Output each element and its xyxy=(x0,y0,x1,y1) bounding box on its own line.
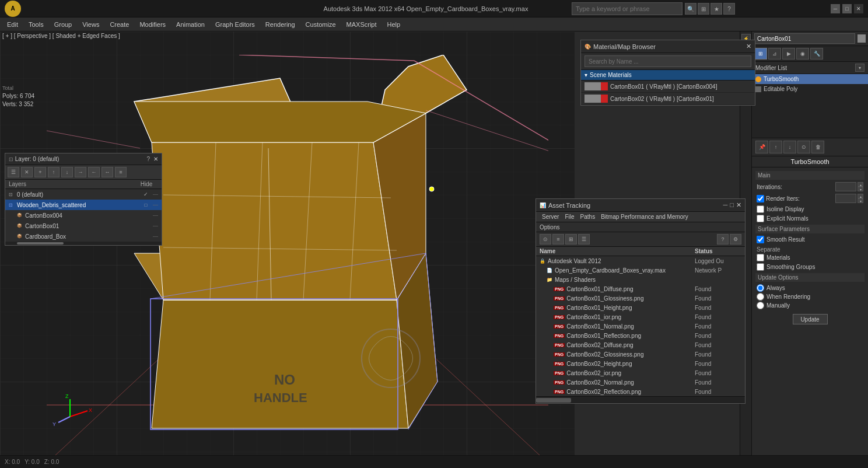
at-menu-options[interactable]: Options xyxy=(540,224,559,230)
iterations-input[interactable]: 0 xyxy=(835,182,856,191)
menu-group[interactable]: Group xyxy=(50,20,77,29)
material-item-cartonbox01[interactable]: CartonBox01 ( VRayMtl ) [CartonBox004] xyxy=(581,81,755,93)
at-item-cb01-reflection[interactable]: PNG CartonBox01_Reflection.png Found xyxy=(536,331,745,340)
layer-options-btn[interactable]: ≡ xyxy=(115,167,127,177)
at-tool-btn-help[interactable]: ? xyxy=(717,234,729,245)
at-row-vault[interactable]: 🔒 Autodesk Vault 2012 Logged Ou xyxy=(536,256,745,266)
at-item-cb02-normal[interactable]: PNG CartonBox02_Normal.png Found xyxy=(536,378,745,387)
iterations-up-btn[interactable]: ▴ xyxy=(858,182,863,187)
object-name-input[interactable] xyxy=(754,33,855,44)
at-item-cb02-diffuse[interactable]: PNG CartonBox02_Diffuse.png Found xyxy=(536,340,745,350)
maximize-button[interactable]: □ xyxy=(842,4,852,13)
at-item-cb02-ior[interactable]: PNG CartonBox02_ior.png Found xyxy=(536,368,745,378)
tab-hierarchy[interactable]: ⊿ xyxy=(768,48,781,60)
object-color-swatch[interactable] xyxy=(858,34,866,43)
iterations-down-btn[interactable]: ▾ xyxy=(858,187,863,191)
modifier-turbosmooth[interactable]: TurboSmooth xyxy=(752,74,868,84)
layer-row-default[interactable]: ⊡ 0 (default) ✓ — xyxy=(5,189,162,200)
modifier-editable-poly[interactable]: Editable Poly xyxy=(752,84,868,94)
at-item-cb01-diffuse[interactable]: PNG CartonBox01_Diffuse.png Found xyxy=(536,284,745,294)
explicit-normals-checkbox[interactable] xyxy=(757,215,764,222)
layer-close-button[interactable]: ✕ xyxy=(153,156,158,162)
isoline-checkbox[interactable] xyxy=(757,205,764,213)
tab-utilities[interactable]: 🔧 xyxy=(810,48,823,60)
layer-menu-btn[interactable]: ☰ xyxy=(8,167,19,177)
layer-help-button[interactable]: ? xyxy=(146,156,150,162)
menu-create[interactable]: Create xyxy=(105,20,134,29)
at-item-cb02-glossiness[interactable]: PNG CartonBox02_Glossiness.png Found xyxy=(536,350,745,359)
layer-up-btn[interactable]: ↑ xyxy=(48,167,60,177)
layer-scrollbar[interactable] xyxy=(5,242,162,245)
search-filter-icon[interactable]: ⊞ xyxy=(698,3,709,15)
smoothing-groups-checkbox[interactable] xyxy=(757,263,764,271)
at-item-cb01-ior[interactable]: PNG CartonBox01_ior.png Found xyxy=(536,312,745,322)
at-scrollbar-horizontal[interactable] xyxy=(536,396,745,403)
layer-freeze-btn[interactable]: ↔ xyxy=(102,167,113,177)
close-button[interactable]: ✕ xyxy=(854,4,863,13)
menu-animation[interactable]: Animation xyxy=(172,20,209,29)
mod-move-down-btn[interactable]: ↓ xyxy=(783,141,796,153)
at-tool-btn-3[interactable]: ⊞ xyxy=(565,234,577,245)
mod-delete-btn[interactable]: 🗑 xyxy=(811,141,824,153)
material-search-input[interactable] xyxy=(584,55,751,67)
asset-tracking-maximize[interactable]: □ xyxy=(730,201,734,209)
layer-row-cartonbox01[interactable]: 📦 CartonBox01 — xyxy=(5,221,162,231)
search-icon[interactable]: 🔍 xyxy=(685,3,696,15)
at-menu-server[interactable]: Server xyxy=(540,213,561,221)
mod-move-up-btn[interactable]: ↑ xyxy=(769,141,782,153)
render-iters-input[interactable]: 2 xyxy=(835,194,856,203)
layer-select-btn[interactable]: → xyxy=(75,167,86,177)
menu-help[interactable]: Help xyxy=(383,20,405,29)
manually-radio[interactable] xyxy=(757,302,764,309)
scene-materials-section[interactable]: ▾ Scene Materials xyxy=(581,70,755,81)
viewport[interactable]: NO HANDLE X Z Y [ + ] [ Perspective ] [ … xyxy=(0,32,575,468)
layer-row-cardboard-box[interactable]: 📦 Cardboard_Box — xyxy=(5,231,162,242)
tab-modify[interactable]: ⊞ xyxy=(754,48,767,60)
layer-add-btn[interactable]: + xyxy=(34,167,46,177)
always-radio[interactable] xyxy=(757,284,764,292)
help-icon[interactable]: ? xyxy=(723,3,735,15)
layer-row-wooden[interactable]: ⊡ Wooden_Debris_scattered □ — xyxy=(5,200,162,210)
layer-row-cartonbox004[interactable]: 📦 CartonBox004 — xyxy=(5,210,162,221)
menu-edit[interactable]: Edit xyxy=(2,20,23,29)
asset-tracking-minimize[interactable]: ─ xyxy=(723,201,728,209)
materials-checkbox[interactable] xyxy=(757,254,764,261)
at-row-maps-folder[interactable]: 📁 Maps / Shaders xyxy=(536,275,745,284)
layer-down-btn[interactable]: ↓ xyxy=(61,167,73,177)
render-iters-up-btn[interactable]: ▴ xyxy=(858,194,863,198)
keyword-search-input[interactable] xyxy=(572,2,682,15)
mod-make-unique-btn[interactable]: ⊙ xyxy=(797,141,810,153)
material-browser-close[interactable]: ✕ xyxy=(746,43,751,50)
layer-unselect-btn[interactable]: ← xyxy=(88,167,100,177)
at-row-main-file[interactable]: 📄 Open_Empty_Cardboard_Boxes_vray.max Ne… xyxy=(536,266,745,275)
at-item-cb02-reflection[interactable]: PNG CartonBox02_Reflection.png Found xyxy=(536,387,745,396)
menu-customize[interactable]: Customize xyxy=(301,20,341,29)
menu-rendering[interactable]: Rendering xyxy=(261,20,300,29)
at-item-cb01-normal[interactable]: PNG CartonBox01_Normal.png Found xyxy=(536,322,745,331)
at-item-cb01-height[interactable]: PNG CartonBox01_Height.png Found xyxy=(536,303,745,312)
render-iters-checkbox[interactable] xyxy=(757,195,764,202)
at-tool-btn-1[interactable]: ⊙ xyxy=(540,234,551,245)
menu-tools[interactable]: Tools xyxy=(24,20,48,29)
mod-pin-btn[interactable]: 📌 xyxy=(755,141,768,153)
asset-tracking-close[interactable]: ✕ xyxy=(736,201,741,209)
render-iters-down-btn[interactable]: ▾ xyxy=(858,198,863,203)
at-tool-btn-settings[interactable]: ⚙ xyxy=(730,234,741,245)
at-tool-btn-4[interactable]: ☰ xyxy=(578,234,590,245)
tab-motion[interactable]: ▶ xyxy=(782,48,795,60)
minimize-button[interactable]: ─ xyxy=(831,4,840,13)
menu-graph-editors[interactable]: Graph Editors xyxy=(211,20,260,29)
menu-modifiers[interactable]: Modifiers xyxy=(135,20,170,29)
layer-delete-btn[interactable]: ✕ xyxy=(21,167,33,177)
smooth-result-checkbox[interactable] xyxy=(757,236,764,243)
modifier-list-dropdown[interactable]: ▾ xyxy=(855,64,864,72)
at-menu-bitmap[interactable]: Bitmap Performance and Memory xyxy=(598,213,691,221)
at-tool-btn-2[interactable]: ≡ xyxy=(552,234,564,245)
material-item-cartonbox02[interactable]: CartonBox02 ( VRayMtl ) [CartonBox01] xyxy=(581,93,755,105)
at-menu-paths[interactable]: Paths xyxy=(578,213,598,221)
tab-display[interactable]: ◉ xyxy=(796,48,809,60)
at-item-cb01-glossiness[interactable]: PNG CartonBox01_Glossiness.png Found xyxy=(536,294,745,303)
update-button[interactable]: Update xyxy=(793,314,828,324)
bookmark-icon[interactable]: ★ xyxy=(710,3,722,15)
at-menu-file[interactable]: File xyxy=(562,213,576,221)
